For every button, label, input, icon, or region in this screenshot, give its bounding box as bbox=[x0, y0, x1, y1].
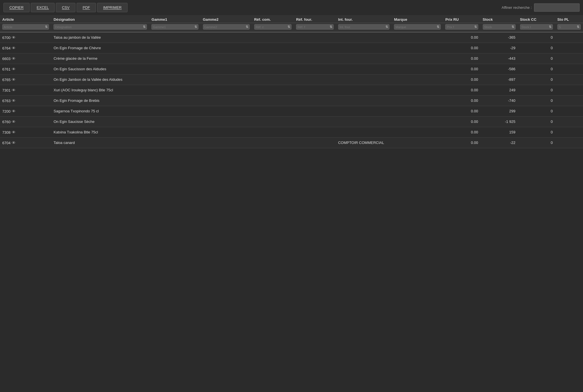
cell-refcom bbox=[252, 75, 294, 85]
sort-icon-stockcc[interactable]: ⇅ bbox=[549, 25, 551, 29]
col-filter-stockpl: ⇅ bbox=[555, 23, 583, 32]
eye-icon[interactable]: 👁 bbox=[12, 109, 16, 114]
cell-designation: On Egin Fromage de Chèvre bbox=[51, 43, 149, 53]
filter-input-stock[interactable] bbox=[484, 25, 510, 29]
cell-refcom bbox=[252, 96, 294, 106]
cell-refcom bbox=[252, 117, 294, 127]
table-row: 7301👁Xuri (AOC Irouleguy blanc) Btle 75c… bbox=[0, 85, 583, 96]
sort-icon-reffour[interactable]: ⇅ bbox=[330, 25, 332, 29]
sort-icon-stockpl[interactable]: ⇅ bbox=[577, 25, 579, 29]
cell-prixru: 0.00 bbox=[443, 85, 480, 96]
eye-icon[interactable]: 👁 bbox=[12, 130, 16, 135]
filter-input-prixru[interactable] bbox=[447, 25, 473, 29]
sort-icon-article[interactable]: ⇅ bbox=[45, 25, 48, 29]
cell-gamme1 bbox=[149, 85, 200, 96]
cell-article: 6603👁 bbox=[0, 53, 51, 64]
sort-icon-prixru[interactable]: ⇅ bbox=[474, 25, 477, 29]
csv-button[interactable]: CSV bbox=[56, 3, 75, 12]
cell-stockpl bbox=[555, 53, 583, 64]
col-filter-stockcc: ⇅ bbox=[518, 23, 555, 32]
sort-icon-gamme2[interactable]: ⇅ bbox=[246, 25, 248, 29]
cell-gamme1 bbox=[149, 32, 200, 43]
cell-stockcc: 0 bbox=[518, 32, 555, 43]
filter-input-gamme2[interactable] bbox=[204, 25, 245, 29]
cell-reffour bbox=[294, 96, 336, 106]
cell-designation: On Egin Saucisse Sèche bbox=[51, 117, 149, 127]
cell-gamme2 bbox=[201, 127, 252, 138]
table-body: 6700👁Taloa au jambon de la Vallée0.00-36… bbox=[0, 32, 583, 148]
excel-button[interactable]: EXCEL bbox=[31, 3, 55, 12]
cell-stockcc: 0 bbox=[518, 53, 555, 64]
col-filter-intfour: ⇅ bbox=[336, 23, 392, 32]
cell-intfour: COMPTOIR COMMERCIAL bbox=[336, 138, 392, 148]
filter-input-refcom[interactable] bbox=[256, 25, 286, 29]
eye-icon[interactable]: 👁 bbox=[12, 98, 16, 103]
sort-icon-gamme1[interactable]: ⇅ bbox=[194, 25, 197, 29]
table-row: 6765👁On Egin Jambon de la Vallée des Ald… bbox=[0, 75, 583, 85]
cell-designation: On Egin Jambon de la Vallée des Aldudes bbox=[51, 75, 149, 85]
filter-input-designation[interactable] bbox=[55, 25, 142, 29]
cell-stockcc: 0 bbox=[518, 43, 555, 53]
sort-icon-intfour[interactable]: ⇅ bbox=[385, 25, 388, 29]
eye-icon[interactable]: 👁 bbox=[12, 77, 16, 82]
article-id: 6700 bbox=[2, 36, 11, 40]
cell-gamme2 bbox=[201, 53, 252, 64]
cell-designation: Katxina Txakolina Btle 75cl bbox=[51, 127, 149, 138]
cell-prixru: 0.00 bbox=[443, 75, 480, 85]
cell-stock: -586 bbox=[481, 64, 518, 75]
cell-article: 6765👁 bbox=[0, 75, 51, 85]
cell-intfour bbox=[336, 75, 392, 85]
col-filter-prixru: ⇅ bbox=[443, 23, 480, 32]
eye-icon[interactable]: 👁 bbox=[12, 141, 16, 145]
filter-input-article[interactable] bbox=[4, 25, 44, 29]
filter-input-marque[interactable] bbox=[395, 25, 436, 29]
eye-icon[interactable]: 👁 bbox=[12, 46, 16, 50]
eye-icon[interactable]: 👁 bbox=[12, 67, 16, 71]
eye-icon[interactable]: 👁 bbox=[12, 119, 16, 124]
cell-stockpl bbox=[555, 32, 583, 43]
article-id: 6760 bbox=[2, 120, 11, 124]
article-id: 6761 bbox=[2, 67, 11, 71]
sort-icon-marque[interactable]: ⇅ bbox=[437, 25, 439, 29]
eye-icon[interactable]: 👁 bbox=[12, 88, 16, 92]
cell-reffour bbox=[294, 85, 336, 96]
col-filter-gamme2: ⇅ bbox=[201, 23, 252, 32]
cell-marque bbox=[392, 75, 443, 85]
filter-input-reffour[interactable] bbox=[297, 25, 328, 29]
copier-button[interactable]: COPIER bbox=[3, 3, 30, 12]
table-row: 6760👁On Egin Saucisse Sèche0.00-1 9250 bbox=[0, 117, 583, 127]
table-head: ArticleDésignationGamme1Gamme2Réf. com.R… bbox=[0, 15, 583, 32]
cell-designation: Taloa au jambon de la Vallée bbox=[51, 32, 149, 43]
col-filter-reffour: ⇅ bbox=[294, 23, 336, 32]
col-header-intfour: Int. four. bbox=[336, 15, 392, 23]
table-row: 6700👁Taloa au jambon de la Vallée0.00-36… bbox=[0, 32, 583, 43]
col-filter-designation: ⇅ bbox=[51, 23, 149, 32]
eye-icon[interactable]: 👁 bbox=[12, 35, 16, 40]
cell-intfour bbox=[336, 53, 392, 64]
cell-gamme2 bbox=[201, 96, 252, 106]
filter-input-gamme1[interactable] bbox=[153, 25, 193, 29]
filter-input-stockcc[interactable] bbox=[522, 25, 548, 29]
cell-stock: -29 bbox=[481, 43, 518, 53]
cell-intfour bbox=[336, 32, 392, 43]
pdf-button[interactable]: PDF bbox=[77, 3, 96, 12]
filter-input-intfour[interactable] bbox=[340, 25, 385, 29]
imprimer-button[interactable]: IMPRIMER bbox=[97, 3, 128, 12]
col-header-stock: Stock bbox=[481, 15, 518, 23]
table-row: 6761👁On Egin Saucisson des Aldudes0.00-5… bbox=[0, 64, 583, 75]
cell-reffour bbox=[294, 75, 336, 85]
filter-input-stockpl[interactable] bbox=[559, 25, 576, 29]
cell-marque bbox=[392, 127, 443, 138]
cell-stockpl bbox=[555, 43, 583, 53]
data-table: ArticleDésignationGamme1Gamme2Réf. com.R… bbox=[0, 15, 583, 148]
cell-marque bbox=[392, 96, 443, 106]
sort-icon-stock[interactable]: ⇅ bbox=[512, 25, 514, 29]
cell-designation: Sagarnoa Txopinondo 75 cl bbox=[51, 106, 149, 117]
eye-icon[interactable]: 👁 bbox=[12, 56, 16, 61]
search-input[interactable] bbox=[534, 3, 580, 12]
table-row: 7308👁Katxina Txakolina Btle 75cl0.001590 bbox=[0, 127, 583, 138]
sort-icon-designation[interactable]: ⇅ bbox=[143, 25, 145, 29]
sort-icon-refcom[interactable]: ⇅ bbox=[288, 25, 290, 29]
cell-gamme2 bbox=[201, 32, 252, 43]
cell-article: 6763👁 bbox=[0, 96, 51, 106]
